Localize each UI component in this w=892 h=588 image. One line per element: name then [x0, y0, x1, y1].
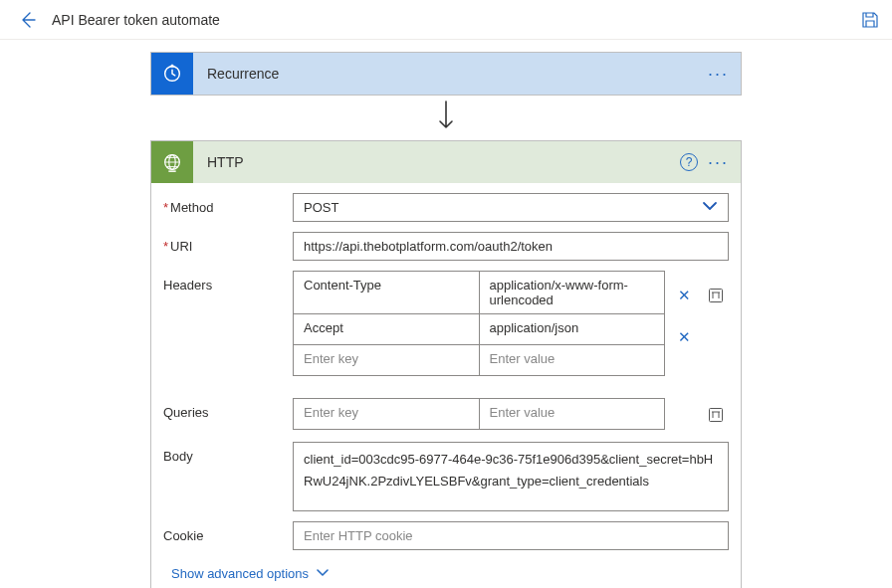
text-mode-button[interactable] — [708, 407, 724, 423]
recurrence-card[interactable]: Recurrence ··· — [150, 52, 742, 96]
query-row-empty: Enter key Enter value — [293, 398, 665, 430]
svg-rect-4 — [710, 409, 723, 422]
topbar: API Bearer token automate — [0, 0, 892, 40]
header-key-input[interactable]: Content-Type — [294, 272, 479, 313]
method-select[interactable]: POST — [293, 193, 729, 222]
chevron-down-icon — [702, 200, 718, 215]
row-body: Body client_id=003cdc95-6977-464e-9c36-7… — [163, 442, 729, 511]
back-arrow-icon[interactable] — [18, 10, 38, 30]
label-headers: Headers — [163, 271, 293, 293]
label-cookie: Cookie — [163, 521, 293, 543]
method-value: POST — [304, 200, 338, 215]
header-row: Content-Type application/x-www-form-urle… — [293, 271, 665, 314]
headers-remove-col: ✕ ✕ — [671, 271, 697, 388]
row-uri: URI https://api.thebotplatform.com/oauth… — [163, 232, 729, 261]
row-queries: Queries Enter key Enter value — [163, 398, 729, 432]
http-header[interactable]: HTTP ? ··· — [151, 141, 741, 183]
query-key-input[interactable]: Enter key — [294, 399, 479, 429]
http-actions: ? ··· — [680, 153, 741, 171]
headers-template-col — [703, 271, 729, 320]
label-body: Body — [163, 442, 293, 464]
http-icon — [151, 141, 193, 183]
remove-header-button[interactable]: ✕ — [678, 287, 691, 304]
body-input[interactable]: client_id=003cdc95-6977-464e-9c36-75f1e9… — [293, 442, 729, 511]
recurrence-header[interactable]: Recurrence ··· — [151, 53, 741, 95]
topbar-left: API Bearer token automate — [18, 10, 220, 30]
more-menu-icon[interactable]: ··· — [708, 65, 729, 83]
query-value-input[interactable]: Enter value — [479, 399, 665, 429]
header-key-input[interactable]: Accept — [294, 314, 479, 344]
more-menu-icon[interactable]: ··· — [708, 153, 729, 171]
save-icon[interactable] — [860, 10, 880, 30]
text-mode-button[interactable] — [708, 288, 724, 303]
recurrence-actions: ··· — [708, 65, 741, 83]
show-advanced-link[interactable]: Show advanced options — [163, 560, 336, 583]
advanced-link-label: Show advanced options — [171, 566, 309, 581]
connector-arrow-icon — [436, 99, 456, 136]
page-title: API Bearer token automate — [52, 12, 220, 28]
headers-table: Content-Type application/x-www-form-urle… — [293, 271, 665, 376]
header-value-input[interactable]: application/json — [479, 314, 665, 344]
help-icon[interactable]: ? — [680, 153, 698, 171]
recurrence-icon — [151, 53, 193, 95]
row-cookie: Cookie Enter HTTP cookie — [163, 521, 729, 550]
queries-remove-col — [671, 398, 697, 432]
header-row-empty: Enter key Enter value — [293, 345, 665, 376]
chevron-down-icon — [317, 567, 329, 581]
header-value-input[interactable]: Enter value — [479, 345, 665, 375]
queries-table: Enter key Enter value — [293, 398, 665, 430]
header-value-input[interactable]: application/x-www-form-urlencoded — [479, 272, 665, 313]
svg-rect-3 — [710, 290, 723, 302]
header-row: Accept application/json — [293, 314, 665, 345]
row-headers: Headers Content-Type application/x-www-f… — [163, 271, 729, 388]
recurrence-title: Recurrence — [193, 66, 708, 82]
queries-template-col — [703, 398, 729, 432]
http-title: HTTP — [193, 154, 680, 170]
uri-input[interactable]: https://api.thebotplatform.com/oauth2/to… — [293, 232, 729, 261]
http-card: HTTP ? ··· Method POST — [150, 140, 742, 588]
cookie-input[interactable]: Enter HTTP cookie — [293, 521, 729, 550]
http-body: Method POST URI https://api.thebotplatfo… — [151, 183, 741, 588]
header-key-input[interactable]: Enter key — [294, 345, 479, 375]
row-method: Method POST — [163, 193, 729, 222]
label-queries: Queries — [163, 398, 293, 420]
label-uri: URI — [163, 232, 293, 254]
remove-header-button[interactable]: ✕ — [678, 328, 691, 346]
flow-canvas: Recurrence ··· HTTP ? ··· Method — [0, 40, 892, 588]
label-method: Method — [163, 193, 293, 215]
